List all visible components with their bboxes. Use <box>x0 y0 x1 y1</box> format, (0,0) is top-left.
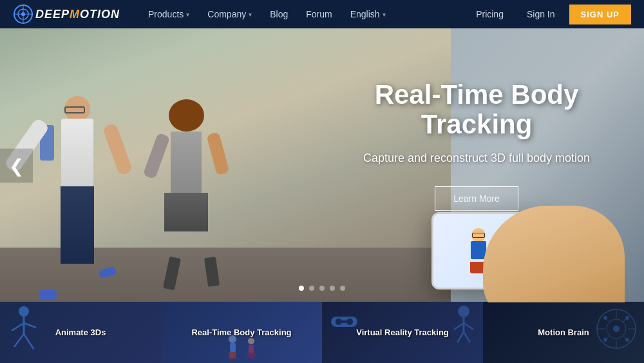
logo[interactable]: DEEPMOTION <box>13 4 120 25</box>
nav-company[interactable]: Company ▾ <box>198 0 261 28</box>
hero-person-male <box>35 83 119 296</box>
nav-forum[interactable]: Forum <box>297 0 341 28</box>
svg-line-25 <box>457 332 464 342</box>
card-2-character-2-icon <box>244 337 258 360</box>
girl-skirt <box>164 193 208 231</box>
hero-person-female <box>148 103 225 283</box>
svg-rect-12 <box>230 343 236 352</box>
svg-line-26 <box>464 332 470 342</box>
svg-point-14 <box>248 338 254 344</box>
nav-links: Products ▾ Company ▾ Blog Forum English … <box>139 0 467 28</box>
svg-point-33 <box>613 326 620 332</box>
nav-pricing[interactable]: Pricing <box>467 9 513 19</box>
card-animate-3d[interactable]: Animate 3Ds <box>0 302 161 363</box>
nav-signup-button[interactable]: SIGN UP <box>569 5 631 25</box>
guy-glasses <box>64 106 85 113</box>
svg-rect-16 <box>247 353 255 358</box>
nav-signin[interactable]: Sign In <box>518 9 564 19</box>
card-body-tracking[interactable]: Real-Time Body Tracking <box>161 302 322 363</box>
carousel-dot-5[interactable] <box>340 286 345 291</box>
company-chevron-icon: ▾ <box>249 11 252 18</box>
navigation: DEEPMOTION Products ▾ Company ▾ Blog For… <box>0 0 644 28</box>
carousel-prev-button[interactable]: ❮ <box>0 148 33 182</box>
svg-point-5 <box>19 306 29 317</box>
svg-line-8 <box>24 323 36 328</box>
svg-rect-15 <box>249 345 254 353</box>
card-motion-brain-label: Motion Brain <box>538 328 589 337</box>
cb-glasses <box>472 233 485 238</box>
svg-point-21 <box>458 306 469 317</box>
svg-rect-20 <box>342 320 346 323</box>
svg-line-9 <box>14 334 24 347</box>
nav-right: Pricing Sign In SIGN UP <box>467 5 631 25</box>
svg-line-10 <box>24 334 33 349</box>
logo-text: DEEPMOTION <box>35 8 120 21</box>
card-2-characters <box>225 334 258 360</box>
svg-rect-13 <box>229 352 236 358</box>
vr-headset-icon <box>330 311 359 331</box>
nav-language[interactable]: English ▾ <box>341 0 395 28</box>
carousel-dot-3[interactable] <box>319 286 325 291</box>
circuit-brain-icon <box>592 305 641 353</box>
nav-blog[interactable]: Blog <box>261 0 297 28</box>
guy-shoe-right <box>99 266 117 279</box>
carousel-dot-1[interactable] <box>299 286 304 291</box>
svg-line-7 <box>12 323 24 331</box>
girl-body <box>171 132 202 196</box>
svg-point-38 <box>603 316 607 320</box>
nav-products[interactable]: Products ▾ <box>139 0 198 28</box>
guy-body <box>61 119 93 190</box>
card-2-character-1-icon <box>225 334 241 360</box>
card-motion-brain[interactable]: Motion Brain <box>483 302 644 363</box>
carousel-dots <box>299 286 345 291</box>
hero-section: Real-Time Body Tracking Capture and reco… <box>0 28 644 302</box>
svg-point-41 <box>625 338 629 342</box>
card-body-tracking-label: Real-Time Body Tracking <box>191 328 291 337</box>
phone-hand <box>380 128 625 302</box>
card-animate-3d-label: Animate 3Ds <box>55 328 106 337</box>
bottom-cards: Animate 3Ds Real-Time Body Tracking <box>0 302 644 363</box>
svg-point-40 <box>603 338 607 342</box>
guy-shoe-left <box>39 290 57 299</box>
vr-person-icon <box>451 305 477 344</box>
cb-body <box>471 241 486 259</box>
language-chevron-icon: ▾ <box>383 11 386 18</box>
svg-point-39 <box>625 316 629 320</box>
svg-line-24 <box>464 323 473 329</box>
hero-background: Real-Time Body Tracking Capture and reco… <box>0 28 644 302</box>
card-vr-tracking-label: Virtual Reality Tracking <box>356 328 449 337</box>
card-vr-tracking[interactable]: Virtual Reality Tracking <box>322 302 483 363</box>
animate-3d-figure-icon <box>6 305 42 353</box>
svg-point-18 <box>336 319 342 325</box>
guy-jeans <box>61 186 94 264</box>
svg-point-19 <box>346 319 353 325</box>
svg-line-23 <box>454 323 464 329</box>
girl-hair <box>169 99 204 132</box>
carousel-dot-4[interactable] <box>330 286 335 291</box>
girl-leg-right <box>204 257 220 287</box>
carousel-dot-2[interactable] <box>309 286 314 291</box>
products-chevron-icon: ▾ <box>186 11 189 18</box>
logo-icon <box>13 4 33 25</box>
